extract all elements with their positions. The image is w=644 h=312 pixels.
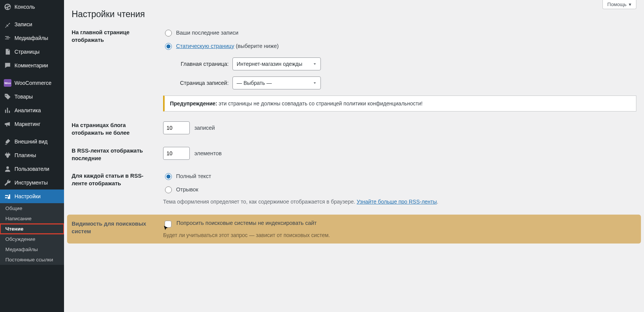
radio-static-page-link[interactable]: Статическую страницу <box>176 43 234 49</box>
radio-excerpt-input[interactable] <box>165 186 172 193</box>
sidebar-label: Маркетинг <box>14 121 40 127</box>
comment-icon <box>4 62 11 69</box>
radio-latest-posts[interactable]: Ваши последние записи <box>163 29 636 37</box>
chart-icon <box>4 107 11 114</box>
posts-per-page-suffix: записей <box>194 125 215 131</box>
homepage-select[interactable]: Интернет-магазин одежды <box>232 57 321 70</box>
main-content: Помощь ▾ Настройки чтения На главной стр… <box>64 0 644 312</box>
radio-excerpt[interactable]: Отрывок <box>163 185 636 193</box>
rss-content-heading: Для каждой статьи в RSS-ленте отображать <box>72 172 163 188</box>
rss-content-desc: Тема оформления определяет то, как содер… <box>163 199 636 205</box>
user-icon <box>4 165 11 173</box>
sidebar-item-products[interactable]: Товары <box>0 90 64 103</box>
media-icon <box>4 34 11 42</box>
radio-latest-posts-label: Ваши последние записи <box>176 30 239 36</box>
radio-full-text[interactable]: Полный текст <box>163 172 636 180</box>
submenu-reading[interactable]: Чтение <box>0 224 64 234</box>
sidebar-item-comments[interactable]: Комментарии <box>0 59 64 72</box>
row-blog-pages: На страницах блога отображать не более з… <box>72 121 636 137</box>
sidebar-item-dashboard[interactable]: Консоль <box>0 0 64 14</box>
sidebar-label: WooCommerce <box>14 80 51 86</box>
rss-desc-link[interactable]: Узнайте больше про RSS-ленты <box>357 199 437 205</box>
woo-icon: Woo <box>4 79 11 87</box>
sidebar-item-marketing[interactable]: Маркетинг <box>0 117 64 131</box>
sidebar-item-media[interactable]: Медиафайлы <box>0 31 64 45</box>
help-label: Помощь <box>607 2 626 7</box>
dashboard-icon <box>4 3 11 11</box>
admin-sidebar: Консоль Записи Медиафайлы Страницы Комме… <box>0 0 64 312</box>
submenu-general[interactable]: Общие <box>0 203 64 213</box>
sidebar-label: Плагины <box>14 152 36 158</box>
brush-icon <box>4 138 11 145</box>
settings-submenu: Общие Написание Чтение Обсуждение Медиаф… <box>0 203 64 265</box>
search-visibility-heading: Видимость для поисковых систем <box>72 220 163 236</box>
blog-pages-heading: На страницах блога отображать не более <box>72 121 163 137</box>
rss-items-suffix: элементов <box>194 150 222 156</box>
sidebar-item-tools[interactable]: Инструменты <box>0 176 64 189</box>
radio-excerpt-label: Отрывок <box>176 186 198 193</box>
sidebar-item-plugins[interactable]: Плагины <box>0 148 64 162</box>
submenu-permalinks[interactable]: Постоянные ссылки <box>0 255 64 265</box>
radio-static-page-input[interactable] <box>165 43 172 50</box>
sidebar-item-posts[interactable]: Записи <box>0 18 64 31</box>
homepage-select-label: Главная страница: <box>171 61 232 67</box>
radio-full-text-input[interactable] <box>165 173 172 180</box>
search-visibility-desc: Будет ли учитываться этот запрос — завис… <box>163 232 636 238</box>
search-visibility-text: Попросить поисковые системы не индексиро… <box>176 220 317 226</box>
settings-icon <box>4 193 11 200</box>
rss-desc-prefix: Тема оформления определяет то, как содер… <box>163 199 357 205</box>
megaphone-icon <box>4 120 11 128</box>
search-visibility-checkbox-label[interactable]: Попросить поисковые системы не индексиро… <box>163 220 636 230</box>
rss-desc-suffix: . <box>437 199 438 205</box>
row-rss-content: Для каждой статьи в RSS-ленте отображать… <box>72 172 636 205</box>
sidebar-item-settings[interactable]: Настройки <box>0 189 64 203</box>
tag-icon <box>4 93 11 100</box>
posts-per-page-input[interactable] <box>163 121 190 134</box>
sidebar-label: Инструменты <box>14 180 48 186</box>
submenu-writing[interactable]: Написание <box>0 213 64 224</box>
pin-icon <box>4 21 11 28</box>
radio-static-page[interactable]: Статическую страницу (выберите ниже) <box>163 42 636 50</box>
sidebar-label: Медиафайлы <box>14 35 48 41</box>
sidebar-label: Товары <box>14 94 33 100</box>
sidebar-item-analytics[interactable]: Аналитика <box>0 103 64 117</box>
posts-page-select-label: Страница записей: <box>171 80 232 86</box>
sidebar-item-users[interactable]: Пользователи <box>0 162 64 176</box>
submenu-discussion[interactable]: Обсуждение <box>0 234 64 244</box>
chevron-down-icon: ▾ <box>629 2 631 7</box>
sidebar-label: Внешний вид <box>14 138 48 145</box>
sidebar-label: Записи <box>14 21 32 27</box>
rss-items-heading: В RSS-лентах отображать последние <box>72 147 163 162</box>
warning-strong: Предупреждение: <box>170 100 217 107</box>
sidebar-label: Аналитика <box>14 107 41 113</box>
radio-latest-posts-input[interactable] <box>165 30 172 37</box>
radio-full-text-label: Полный текст <box>176 173 211 179</box>
cursor-icon <box>163 220 170 227</box>
row-rss-items: В RSS-лентах отображать последние элемен… <box>72 147 636 162</box>
sidebar-item-woocommerce[interactable]: Woo WooCommerce <box>0 76 64 90</box>
front-page-heading: На главной странице отображать <box>72 29 163 44</box>
rss-items-input[interactable] <box>163 147 190 160</box>
radio-static-page-paren: (выберите ниже) <box>236 43 279 49</box>
posts-page-select[interactable]: — Выбрать — <box>232 76 321 89</box>
wrench-icon <box>4 179 11 186</box>
help-tab[interactable]: Помощь ▾ <box>602 0 636 9</box>
row-front-page: На главной странице отображать Ваши посл… <box>72 29 636 111</box>
sidebar-label: Страницы <box>14 49 40 55</box>
submenu-media[interactable]: Медиафайлы <box>0 244 64 255</box>
sidebar-item-appearance[interactable]: Внешний вид <box>0 135 64 148</box>
privacy-warning-notice: Предупреждение: эти страницы не должны с… <box>163 96 636 111</box>
page-icon <box>4 48 11 56</box>
sidebar-label: Пользователи <box>14 166 49 172</box>
sidebar-label: Консоль <box>14 4 35 10</box>
plugin-icon <box>4 151 11 159</box>
page-title: Настройки чтения <box>72 9 636 19</box>
warning-text: эти страницы не должны совпадать со стра… <box>217 100 423 107</box>
sidebar-item-pages[interactable]: Страницы <box>0 45 64 59</box>
row-search-visibility: Видимость для поисковых систем Попросить… <box>67 215 641 244</box>
sidebar-label: Комментарии <box>14 62 48 68</box>
sidebar-label: Настройки <box>14 193 41 199</box>
